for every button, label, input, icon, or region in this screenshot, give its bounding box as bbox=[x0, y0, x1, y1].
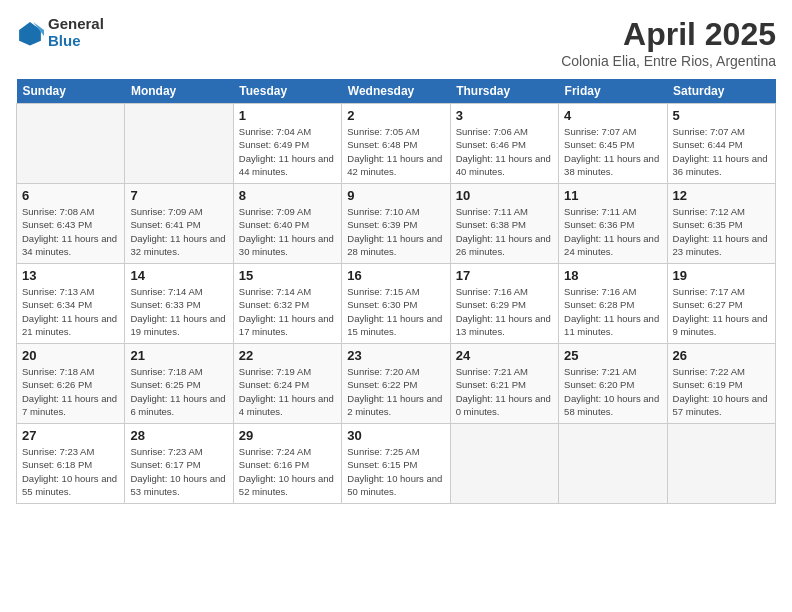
day-info: Sunrise: 7:05 AMSunset: 6:48 PMDaylight:… bbox=[347, 125, 444, 178]
day-info: Sunrise: 7:14 AMSunset: 6:33 PMDaylight:… bbox=[130, 285, 227, 338]
day-info: Sunrise: 7:10 AMSunset: 6:39 PMDaylight:… bbox=[347, 205, 444, 258]
day-number: 2 bbox=[347, 108, 444, 123]
day-number: 16 bbox=[347, 268, 444, 283]
day-info: Sunrise: 7:06 AMSunset: 6:46 PMDaylight:… bbox=[456, 125, 553, 178]
calendar-cell: 20Sunrise: 7:18 AMSunset: 6:26 PMDayligh… bbox=[17, 344, 125, 424]
day-info: Sunrise: 7:09 AMSunset: 6:41 PMDaylight:… bbox=[130, 205, 227, 258]
calendar-cell: 23Sunrise: 7:20 AMSunset: 6:22 PMDayligh… bbox=[342, 344, 450, 424]
day-info: Sunrise: 7:08 AMSunset: 6:43 PMDaylight:… bbox=[22, 205, 119, 258]
day-number: 19 bbox=[673, 268, 770, 283]
calendar-table: SundayMondayTuesdayWednesdayThursdayFrid… bbox=[16, 79, 776, 504]
calendar-week-3: 13Sunrise: 7:13 AMSunset: 6:34 PMDayligh… bbox=[17, 264, 776, 344]
calendar-cell: 16Sunrise: 7:15 AMSunset: 6:30 PMDayligh… bbox=[342, 264, 450, 344]
day-info: Sunrise: 7:09 AMSunset: 6:40 PMDaylight:… bbox=[239, 205, 336, 258]
calendar-cell bbox=[17, 104, 125, 184]
day-info: Sunrise: 7:18 AMSunset: 6:25 PMDaylight:… bbox=[130, 365, 227, 418]
calendar-cell: 30Sunrise: 7:25 AMSunset: 6:15 PMDayligh… bbox=[342, 424, 450, 504]
day-header-sunday: Sunday bbox=[17, 79, 125, 104]
calendar-cell: 28Sunrise: 7:23 AMSunset: 6:17 PMDayligh… bbox=[125, 424, 233, 504]
day-number: 7 bbox=[130, 188, 227, 203]
day-number: 5 bbox=[673, 108, 770, 123]
calendar-cell: 5Sunrise: 7:07 AMSunset: 6:44 PMDaylight… bbox=[667, 104, 775, 184]
day-header-wednesday: Wednesday bbox=[342, 79, 450, 104]
day-number: 28 bbox=[130, 428, 227, 443]
day-number: 4 bbox=[564, 108, 661, 123]
calendar-cell: 18Sunrise: 7:16 AMSunset: 6:28 PMDayligh… bbox=[559, 264, 667, 344]
day-info: Sunrise: 7:13 AMSunset: 6:34 PMDaylight:… bbox=[22, 285, 119, 338]
calendar-cell: 13Sunrise: 7:13 AMSunset: 6:34 PMDayligh… bbox=[17, 264, 125, 344]
day-info: Sunrise: 7:25 AMSunset: 6:15 PMDaylight:… bbox=[347, 445, 444, 498]
day-number: 1 bbox=[239, 108, 336, 123]
calendar-cell bbox=[125, 104, 233, 184]
day-header-friday: Friday bbox=[559, 79, 667, 104]
logo: General Blue bbox=[16, 16, 104, 49]
day-header-thursday: Thursday bbox=[450, 79, 558, 104]
day-info: Sunrise: 7:23 AMSunset: 6:18 PMDaylight:… bbox=[22, 445, 119, 498]
day-info: Sunrise: 7:19 AMSunset: 6:24 PMDaylight:… bbox=[239, 365, 336, 418]
logo-icon bbox=[16, 19, 44, 47]
day-header-saturday: Saturday bbox=[667, 79, 775, 104]
calendar-cell: 4Sunrise: 7:07 AMSunset: 6:45 PMDaylight… bbox=[559, 104, 667, 184]
location-subtitle: Colonia Elia, Entre Rios, Argentina bbox=[561, 53, 776, 69]
day-number: 21 bbox=[130, 348, 227, 363]
day-number: 26 bbox=[673, 348, 770, 363]
calendar-cell: 2Sunrise: 7:05 AMSunset: 6:48 PMDaylight… bbox=[342, 104, 450, 184]
day-number: 23 bbox=[347, 348, 444, 363]
day-info: Sunrise: 7:16 AMSunset: 6:29 PMDaylight:… bbox=[456, 285, 553, 338]
day-number: 12 bbox=[673, 188, 770, 203]
day-header-monday: Monday bbox=[125, 79, 233, 104]
day-header-tuesday: Tuesday bbox=[233, 79, 341, 104]
day-info: Sunrise: 7:17 AMSunset: 6:27 PMDaylight:… bbox=[673, 285, 770, 338]
day-info: Sunrise: 7:21 AMSunset: 6:21 PMDaylight:… bbox=[456, 365, 553, 418]
calendar-cell: 14Sunrise: 7:14 AMSunset: 6:33 PMDayligh… bbox=[125, 264, 233, 344]
day-number: 18 bbox=[564, 268, 661, 283]
day-number: 11 bbox=[564, 188, 661, 203]
title-area: April 2025 Colonia Elia, Entre Rios, Arg… bbox=[561, 16, 776, 69]
day-number: 20 bbox=[22, 348, 119, 363]
calendar-cell bbox=[450, 424, 558, 504]
logo-blue: Blue bbox=[48, 33, 104, 50]
calendar-cell bbox=[667, 424, 775, 504]
day-number: 15 bbox=[239, 268, 336, 283]
calendar-cell: 27Sunrise: 7:23 AMSunset: 6:18 PMDayligh… bbox=[17, 424, 125, 504]
calendar-cell: 8Sunrise: 7:09 AMSunset: 6:40 PMDaylight… bbox=[233, 184, 341, 264]
day-number: 17 bbox=[456, 268, 553, 283]
day-number: 25 bbox=[564, 348, 661, 363]
calendar-cell: 12Sunrise: 7:12 AMSunset: 6:35 PMDayligh… bbox=[667, 184, 775, 264]
calendar-cell: 19Sunrise: 7:17 AMSunset: 6:27 PMDayligh… bbox=[667, 264, 775, 344]
calendar-week-5: 27Sunrise: 7:23 AMSunset: 6:18 PMDayligh… bbox=[17, 424, 776, 504]
calendar-week-2: 6Sunrise: 7:08 AMSunset: 6:43 PMDaylight… bbox=[17, 184, 776, 264]
header: General Blue April 2025 Colonia Elia, En… bbox=[16, 16, 776, 69]
calendar-week-1: 1Sunrise: 7:04 AMSunset: 6:49 PMDaylight… bbox=[17, 104, 776, 184]
day-number: 24 bbox=[456, 348, 553, 363]
calendar-cell: 15Sunrise: 7:14 AMSunset: 6:32 PMDayligh… bbox=[233, 264, 341, 344]
calendar-cell: 22Sunrise: 7:19 AMSunset: 6:24 PMDayligh… bbox=[233, 344, 341, 424]
calendar-cell: 17Sunrise: 7:16 AMSunset: 6:29 PMDayligh… bbox=[450, 264, 558, 344]
day-info: Sunrise: 7:16 AMSunset: 6:28 PMDaylight:… bbox=[564, 285, 661, 338]
calendar-cell: 21Sunrise: 7:18 AMSunset: 6:25 PMDayligh… bbox=[125, 344, 233, 424]
day-number: 13 bbox=[22, 268, 119, 283]
calendar-cell: 1Sunrise: 7:04 AMSunset: 6:49 PMDaylight… bbox=[233, 104, 341, 184]
day-number: 14 bbox=[130, 268, 227, 283]
day-info: Sunrise: 7:15 AMSunset: 6:30 PMDaylight:… bbox=[347, 285, 444, 338]
calendar-cell: 7Sunrise: 7:09 AMSunset: 6:41 PMDaylight… bbox=[125, 184, 233, 264]
calendar-cell: 29Sunrise: 7:24 AMSunset: 6:16 PMDayligh… bbox=[233, 424, 341, 504]
day-info: Sunrise: 7:18 AMSunset: 6:26 PMDaylight:… bbox=[22, 365, 119, 418]
day-number: 22 bbox=[239, 348, 336, 363]
calendar-cell: 3Sunrise: 7:06 AMSunset: 6:46 PMDaylight… bbox=[450, 104, 558, 184]
day-info: Sunrise: 7:11 AMSunset: 6:38 PMDaylight:… bbox=[456, 205, 553, 258]
calendar-cell: 26Sunrise: 7:22 AMSunset: 6:19 PMDayligh… bbox=[667, 344, 775, 424]
day-number: 27 bbox=[22, 428, 119, 443]
calendar-cell: 11Sunrise: 7:11 AMSunset: 6:36 PMDayligh… bbox=[559, 184, 667, 264]
day-info: Sunrise: 7:07 AMSunset: 6:44 PMDaylight:… bbox=[673, 125, 770, 178]
calendar-cell: 10Sunrise: 7:11 AMSunset: 6:38 PMDayligh… bbox=[450, 184, 558, 264]
day-number: 8 bbox=[239, 188, 336, 203]
day-info: Sunrise: 7:23 AMSunset: 6:17 PMDaylight:… bbox=[130, 445, 227, 498]
month-title: April 2025 bbox=[561, 16, 776, 53]
calendar-cell: 25Sunrise: 7:21 AMSunset: 6:20 PMDayligh… bbox=[559, 344, 667, 424]
day-info: Sunrise: 7:22 AMSunset: 6:19 PMDaylight:… bbox=[673, 365, 770, 418]
day-number: 30 bbox=[347, 428, 444, 443]
day-info: Sunrise: 7:14 AMSunset: 6:32 PMDaylight:… bbox=[239, 285, 336, 338]
day-number: 9 bbox=[347, 188, 444, 203]
day-number: 29 bbox=[239, 428, 336, 443]
